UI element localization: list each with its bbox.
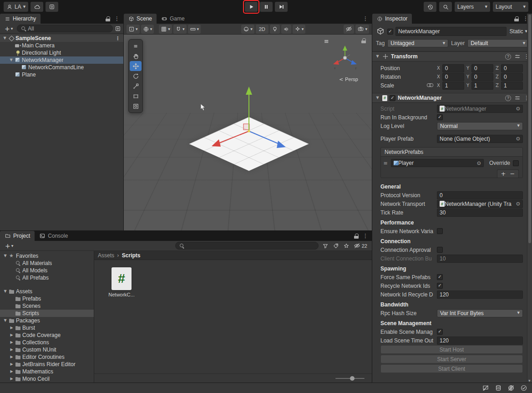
object-picker-icon[interactable]: ⊙ (516, 136, 520, 141)
transform-x-field[interactable]: 0 (442, 64, 464, 72)
scroll-down-icon[interactable]: ▼ (528, 379, 531, 382)
breadcrumb-current[interactable]: Scripts (122, 252, 141, 259)
rect-tool-button[interactable] (130, 91, 142, 101)
kebab-icon[interactable]: ⋮ (114, 16, 120, 21)
search-button[interactable] (439, 2, 452, 12)
slider-thumb[interactable] (350, 376, 355, 381)
transform-z-field[interactable]: 1 (501, 82, 523, 90)
pause-button[interactable] (260, 2, 273, 12)
mode-2d-button[interactable]: 2D (256, 25, 269, 34)
hierarchy-row[interactable]: Directional Light (0, 49, 123, 56)
transform-header[interactable]: ▼ Transform ? ⋮ (372, 51, 532, 61)
gameobject-name-field[interactable]: NetworkManager (395, 27, 507, 36)
hand-tool-button[interactable] (130, 51, 142, 61)
rotate-tool-button[interactable] (130, 71, 142, 81)
transform-y-field[interactable]: 0 (471, 73, 493, 81)
property-dropdown[interactable]: Var Int Four Bytes ▼ (437, 309, 523, 317)
property-object-field[interactable]: # NetworkManager (Unity Tra ⊙ (437, 200, 523, 208)
lighting-toggle[interactable] (270, 25, 280, 34)
lock-icon[interactable] (105, 16, 111, 22)
property-checkbox[interactable]: ✓ (437, 114, 443, 120)
project-tree-row[interactable]: Scenes (0, 302, 94, 310)
property-checkbox[interactable]: ✓ (437, 283, 443, 289)
draw-mode-dropdown[interactable]: ▼ (241, 25, 254, 34)
tab-project[interactable]: Project (0, 231, 35, 241)
project-tree-row[interactable]: ▶ Burst (0, 324, 94, 332)
transform-x-field[interactable]: 0 (442, 73, 464, 81)
effects-dropdown[interactable]: ▼ (293, 25, 306, 34)
item-picker-icon[interactable] (115, 26, 121, 32)
inspector-button[interactable]: Start Server (380, 355, 523, 363)
object-picker-icon[interactable]: ⊙ (477, 161, 481, 166)
project-tree-scrollbar[interactable]: ▼ (527, 14, 532, 383)
handle-orientation-dropdown[interactable]: ▼ (141, 25, 154, 34)
project-tree-row[interactable]: ▶ Mathematics (0, 368, 94, 375)
component-enabled-checkbox[interactable]: ✓ (390, 95, 395, 101)
object-picker-icon[interactable]: ⊙ (516, 106, 520, 111)
transform-y-field[interactable]: 0 (471, 64, 493, 72)
presets-icon[interactable] (514, 95, 521, 101)
prefab-list-element[interactable]: ≡ Player ⊙ Override ✓ (381, 157, 522, 169)
undo-history-button[interactable] (424, 2, 436, 12)
account-button[interactable]: LA ▼ (4, 2, 28, 12)
foldout-arrow[interactable]: ▶ (9, 355, 14, 359)
network-manager-header[interactable]: ▼ # ✓ NetworkManager ? ⋮ (372, 93, 532, 103)
hierarchy-row[interactable]: ▼ NetworkManager (0, 56, 123, 64)
foldout-arrow[interactable]: ▶ (9, 370, 14, 373)
overlay-hamburger-icon[interactable]: ≡ (324, 38, 329, 44)
hierarchy-row[interactable]: Main Camera (0, 42, 123, 49)
scene-visibility-toggle[interactable] (344, 25, 354, 34)
active-checkbox[interactable]: ✓ (387, 29, 393, 35)
hierarchy-row[interactable]: ▼ SampleScene ⋮ (0, 35, 123, 42)
foldout-arrow[interactable]: ▼ (375, 96, 380, 100)
inspector-button[interactable]: Start Host (380, 345, 523, 354)
project-tree-row[interactable]: ▶ JetBrains Rider Editor (0, 361, 94, 368)
projection-label[interactable]: < Persp (339, 77, 358, 82)
property-checkbox[interactable]: ✓ (437, 247, 443, 253)
property-input[interactable]: 30 (437, 209, 523, 217)
tab-console[interactable]: Console (35, 231, 72, 241)
layer-dropdown[interactable]: Default ▼ (467, 39, 528, 47)
search-by-type-icon[interactable] (322, 243, 329, 249)
property-input[interactable]: 120 (437, 337, 523, 345)
transform-z-field[interactable]: 0 (501, 73, 523, 81)
save-search-star-icon[interactable] (343, 243, 350, 249)
hierarchy-row[interactable]: Plane (0, 71, 123, 78)
kebab-icon[interactable]: ⋮ (363, 233, 368, 239)
help-icon[interactable]: ? (505, 54, 511, 60)
foldout-arrow[interactable]: ▶ (9, 333, 14, 337)
scene-viewport[interactable]: ≡ (124, 35, 372, 230)
property-checkbox[interactable]: ✓ (437, 274, 443, 280)
property-input[interactable]: 0 (437, 191, 523, 199)
project-tree-row[interactable]: ▶ Collections (0, 339, 94, 346)
project-search-input[interactable] (175, 242, 319, 250)
help-icon[interactable]: ? (505, 95, 511, 101)
breadcrumb-root[interactable]: Assets (98, 252, 114, 259)
tool-settings-dropdown[interactable]: ▼ (127, 25, 140, 34)
network-status-icon[interactable] (507, 384, 515, 392)
overlay-menu-button[interactable]: ≡ (130, 41, 142, 51)
property-object-field[interactable]: # NetworkManager ⊙ (437, 105, 523, 113)
snap-increment-dropdown[interactable]: ▼ (188, 25, 201, 34)
step-button[interactable] (275, 2, 288, 12)
constrain-proportions-icon[interactable] (427, 82, 433, 87)
layout-dropdown[interactable]: Layout ▼ (493, 2, 528, 12)
foldout-arrow[interactable]: ▼ (3, 254, 8, 258)
play-button[interactable] (245, 2, 258, 12)
presets-icon[interactable] (514, 53, 521, 60)
project-tree-row[interactable]: ▶ Code Coverage (0, 332, 94, 339)
orientation-gizmo[interactable]: x z (330, 44, 360, 74)
hierarchy-row[interactable]: NetworkCommandLine (0, 64, 123, 71)
transform-tool-button[interactable] (130, 101, 142, 111)
foldout-arrow[interactable]: ▼ (9, 58, 14, 62)
prefab-object-field[interactable]: Player ⊙ (391, 159, 484, 167)
property-input[interactable]: 120 (437, 291, 523, 299)
drag-handle-icon[interactable]: ≡ (383, 161, 388, 166)
foldout-arrow[interactable]: ▼ (2, 36, 7, 40)
transform-z-field[interactable]: 0 (501, 64, 523, 72)
project-tree-row[interactable]: ▶ Custom NUnit (0, 346, 94, 353)
project-tree-row[interactable]: Scripts (0, 310, 94, 317)
cache-server-status-icon[interactable] (495, 384, 502, 392)
project-tree-row[interactable]: All Prefabs (0, 274, 94, 281)
create-object-button[interactable]: + ▼ (2, 26, 15, 32)
